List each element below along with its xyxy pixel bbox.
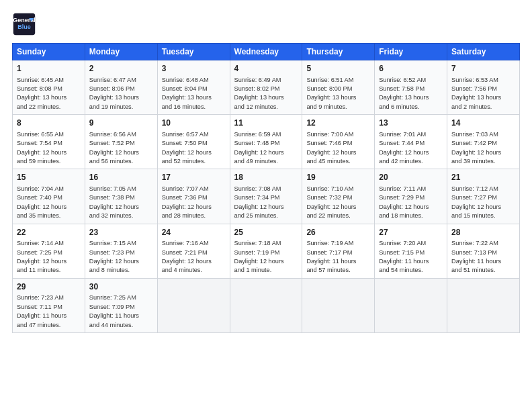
day-info: Sunrise: 7:19 AM Sunset: 7:17 PM Dayligh… <box>306 239 370 275</box>
calendar-cell: 1Sunrise: 6:45 AM Sunset: 8:08 PM Daylig… <box>13 60 85 115</box>
day-header-saturday: Saturday <box>447 44 520 60</box>
calendar-cell <box>375 278 447 332</box>
calendar-body: 1Sunrise: 6:45 AM Sunset: 8:08 PM Daylig… <box>13 60 520 333</box>
day-header-friday: Friday <box>375 44 447 60</box>
calendar-cell: 23Sunrise: 7:15 AM Sunset: 7:23 PM Dayli… <box>85 224 157 278</box>
calendar-cell: 28Sunrise: 7:22 AM Sunset: 7:13 PM Dayli… <box>447 224 520 278</box>
day-number: 3 <box>162 63 226 75</box>
day-number: 13 <box>379 118 443 129</box>
calendar-cell: 6Sunrise: 6:52 AM Sunset: 7:58 PM Daylig… <box>375 60 447 115</box>
calendar-cell: 24Sunrise: 7:16 AM Sunset: 7:21 PM Dayli… <box>157 224 230 278</box>
calendar-week-2: 15Sunrise: 7:04 AM Sunset: 7:40 PM Dayli… <box>13 169 520 224</box>
day-number: 7 <box>451 63 515 75</box>
day-number: 28 <box>451 227 515 238</box>
calendar-table: SundayMondayTuesdayWednesdayThursdayFrid… <box>12 43 520 333</box>
day-number: 16 <box>89 172 153 183</box>
calendar-cell: 10Sunrise: 6:57 AM Sunset: 7:50 PM Dayli… <box>157 115 230 169</box>
calendar-cell <box>230 278 302 332</box>
calendar-cell: 9Sunrise: 6:56 AM Sunset: 7:52 PM Daylig… <box>85 115 157 169</box>
calendar-cell <box>447 278 520 332</box>
day-info: Sunrise: 6:48 AM Sunset: 8:04 PM Dayligh… <box>162 76 226 111</box>
day-number: 27 <box>379 227 443 238</box>
logo-icon: General Blue <box>12 12 36 36</box>
calendar-cell: 18Sunrise: 7:08 AM Sunset: 7:34 PM Dayli… <box>230 169 302 224</box>
calendar-cell: 19Sunrise: 7:10 AM Sunset: 7:32 PM Dayli… <box>302 169 375 224</box>
day-number: 1 <box>17 63 81 75</box>
day-header-tuesday: Tuesday <box>157 44 230 60</box>
calendar-cell: 29Sunrise: 7:23 AM Sunset: 7:11 PM Dayli… <box>13 278 85 332</box>
calendar-cell: 25Sunrise: 7:18 AM Sunset: 7:19 PM Dayli… <box>230 224 302 278</box>
day-number: 30 <box>89 281 153 293</box>
svg-text:Blue: Blue <box>17 24 31 30</box>
day-info: Sunrise: 7:04 AM Sunset: 7:40 PM Dayligh… <box>17 185 81 220</box>
day-info: Sunrise: 6:56 AM Sunset: 7:52 PM Dayligh… <box>89 130 153 166</box>
day-number: 20 <box>379 172 443 183</box>
day-header-wednesday: Wednesday <box>230 44 302 60</box>
day-number: 15 <box>17 172 81 183</box>
day-info: Sunrise: 6:47 AM Sunset: 8:06 PM Dayligh… <box>89 76 153 111</box>
day-info: Sunrise: 7:20 AM Sunset: 7:15 PM Dayligh… <box>379 239 443 275</box>
day-number: 11 <box>234 118 298 129</box>
calendar-cell: 27Sunrise: 7:20 AM Sunset: 7:15 PM Dayli… <box>375 224 447 278</box>
day-info: Sunrise: 7:12 AM Sunset: 7:27 PM Dayligh… <box>451 185 515 220</box>
day-info: Sunrise: 7:14 AM Sunset: 7:25 PM Dayligh… <box>17 239 81 275</box>
calendar-week-4: 29Sunrise: 7:23 AM Sunset: 7:11 PM Dayli… <box>13 278 520 332</box>
day-info: Sunrise: 7:16 AM Sunset: 7:21 PM Dayligh… <box>162 239 226 275</box>
calendar-cell: 22Sunrise: 7:14 AM Sunset: 7:25 PM Dayli… <box>13 224 85 278</box>
day-info: Sunrise: 7:03 AM Sunset: 7:42 PM Dayligh… <box>451 130 515 166</box>
day-number: 25 <box>234 227 298 238</box>
calendar-cell: 15Sunrise: 7:04 AM Sunset: 7:40 PM Dayli… <box>13 169 85 224</box>
day-info: Sunrise: 6:57 AM Sunset: 7:50 PM Dayligh… <box>162 130 226 166</box>
day-info: Sunrise: 6:51 AM Sunset: 8:00 PM Dayligh… <box>306 76 370 111</box>
calendar-week-0: 1Sunrise: 6:45 AM Sunset: 8:08 PM Daylig… <box>13 60 520 115</box>
calendar-cell: 11Sunrise: 6:59 AM Sunset: 7:48 PM Dayli… <box>230 115 302 169</box>
day-number: 8 <box>17 118 81 129</box>
calendar-cell: 5Sunrise: 6:51 AM Sunset: 8:00 PM Daylig… <box>302 60 375 115</box>
day-number: 6 <box>379 63 443 75</box>
calendar-cell: 21Sunrise: 7:12 AM Sunset: 7:27 PM Dayli… <box>447 169 520 224</box>
day-number: 10 <box>162 118 226 129</box>
day-number: 22 <box>17 227 81 238</box>
day-info: Sunrise: 7:18 AM Sunset: 7:19 PM Dayligh… <box>234 239 298 275</box>
day-number: 5 <box>306 63 370 75</box>
calendar-week-1: 8Sunrise: 6:55 AM Sunset: 7:54 PM Daylig… <box>13 115 520 169</box>
day-info: Sunrise: 6:52 AM Sunset: 7:58 PM Dayligh… <box>379 76 443 111</box>
calendar-cell: 4Sunrise: 6:49 AM Sunset: 8:02 PM Daylig… <box>230 60 302 115</box>
calendar-cell: 13Sunrise: 7:01 AM Sunset: 7:44 PM Dayli… <box>375 115 447 169</box>
day-info: Sunrise: 7:05 AM Sunset: 7:38 PM Dayligh… <box>89 185 153 220</box>
calendar-cell <box>157 278 230 332</box>
day-info: Sunrise: 7:25 AM Sunset: 7:09 PM Dayligh… <box>89 293 153 329</box>
day-header-sunday: Sunday <box>13 44 85 60</box>
day-header-monday: Monday <box>85 44 157 60</box>
day-number: 9 <box>89 118 153 129</box>
day-info: Sunrise: 7:08 AM Sunset: 7:34 PM Dayligh… <box>234 185 298 220</box>
day-info: Sunrise: 7:10 AM Sunset: 7:32 PM Dayligh… <box>306 185 370 220</box>
calendar-cell <box>302 278 375 332</box>
day-info: Sunrise: 7:22 AM Sunset: 7:13 PM Dayligh… <box>451 239 515 275</box>
day-number: 4 <box>234 63 298 75</box>
calendar-cell: 16Sunrise: 7:05 AM Sunset: 7:38 PM Dayli… <box>85 169 157 224</box>
calendar-cell: 30Sunrise: 7:25 AM Sunset: 7:09 PM Dayli… <box>85 278 157 332</box>
day-info: Sunrise: 7:15 AM Sunset: 7:23 PM Dayligh… <box>89 239 153 275</box>
calendar-cell: 20Sunrise: 7:11 AM Sunset: 7:29 PM Dayli… <box>375 169 447 224</box>
day-number: 12 <box>306 118 370 129</box>
day-number: 14 <box>451 118 515 129</box>
day-info: Sunrise: 7:01 AM Sunset: 7:44 PM Dayligh… <box>379 130 443 166</box>
day-number: 29 <box>17 281 81 293</box>
calendar-cell: 2Sunrise: 6:47 AM Sunset: 8:06 PM Daylig… <box>85 60 157 115</box>
day-number: 23 <box>89 227 153 238</box>
day-info: Sunrise: 7:00 AM Sunset: 7:46 PM Dayligh… <box>306 130 370 166</box>
calendar-cell: 7Sunrise: 6:53 AM Sunset: 7:56 PM Daylig… <box>447 60 520 115</box>
day-info: Sunrise: 7:23 AM Sunset: 7:11 PM Dayligh… <box>17 293 81 329</box>
day-info: Sunrise: 7:07 AM Sunset: 7:36 PM Dayligh… <box>162 185 226 220</box>
day-number: 17 <box>162 172 226 183</box>
calendar-cell: 26Sunrise: 7:19 AM Sunset: 7:17 PM Dayli… <box>302 224 375 278</box>
day-number: 24 <box>162 227 226 238</box>
day-info: Sunrise: 6:59 AM Sunset: 7:48 PM Dayligh… <box>234 130 298 166</box>
day-info: Sunrise: 6:49 AM Sunset: 8:02 PM Dayligh… <box>234 76 298 111</box>
day-number: 21 <box>451 172 515 183</box>
calendar-cell: 3Sunrise: 6:48 AM Sunset: 8:04 PM Daylig… <box>157 60 230 115</box>
day-header-thursday: Thursday <box>302 44 375 60</box>
header: General Blue <box>12 12 520 36</box>
calendar-cell: 8Sunrise: 6:55 AM Sunset: 7:54 PM Daylig… <box>13 115 85 169</box>
